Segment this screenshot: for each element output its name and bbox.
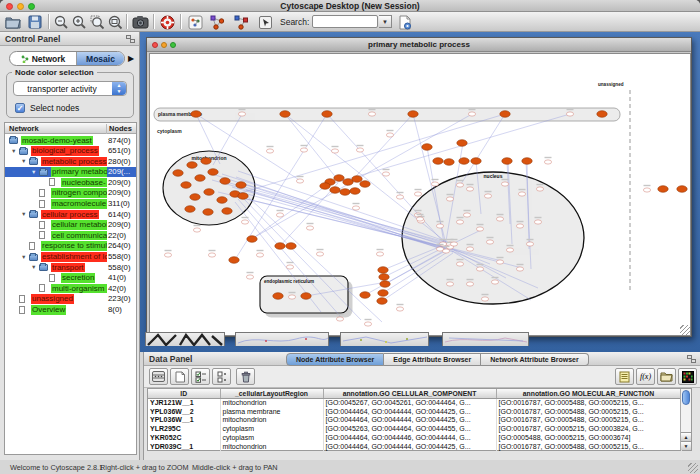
tree-expander-icon[interactable]: ▼ [21,254,26,260]
tree-row-primary-metabol[interactable]: ▼primary metabol209(... [5,167,136,178]
advanced-search-button[interactable] [396,13,414,31]
tab-mosaic[interactable]: Mosaic [77,52,124,65]
network-view-window[interactable]: primary metabolic process plasma membran… [146,37,692,337]
network-node-highlighted[interactable] [500,111,510,118]
network-node[interactable] [446,197,453,201]
network-node[interactable] [450,242,457,246]
network-node[interactable] [466,187,473,191]
tree-expander-icon[interactable]: ▼ [31,264,36,270]
network-node[interactable] [516,224,523,228]
network-node[interactable] [446,282,453,286]
network-node-highlighted[interactable] [379,274,389,281]
network-node[interactable] [496,217,503,221]
network-node-highlighted[interactable] [222,208,232,215]
annotation-button[interactable] [256,13,274,31]
float-panel-icon[interactable] [126,35,135,43]
network-node-highlighted[interactable] [330,187,340,194]
network-node[interactable] [468,112,475,116]
color-attribute-dropdown[interactable]: transporter activity ▲▼ [13,81,127,96]
network-node-highlighted[interactable] [181,182,191,189]
scroll-up-button[interactable]: ▲ [681,432,691,441]
tab-network[interactable]: Network [10,52,77,65]
network-node[interactable] [306,226,313,230]
network-node[interactable] [518,192,525,196]
scroll-down-button[interactable]: ▼ [681,441,691,450]
new-attribute-button[interactable] [170,368,189,385]
select-attributes-button[interactable] [191,368,210,385]
network-node-highlighted[interactable] [334,175,344,182]
network-node-highlighted[interactable] [377,298,387,305]
tree-row-overview[interactable]: Overview8(0) [5,305,136,316]
tree-row-macromolecule[interactable]: macromolecule311(0) [5,199,136,210]
network-node-highlighted[interactable] [187,162,197,169]
help-button[interactable] [158,13,176,31]
network-node-highlighted[interactable] [173,170,183,177]
first-neighbors-button[interactable] [208,13,226,31]
connect-nodes-button[interactable] [232,13,250,31]
zoom-in-button[interactable] [70,13,88,31]
network-node[interactable] [256,253,263,257]
table-row[interactable]: YKR052Ccytoplasm[GO:0044464, GO:0044446,… [148,433,681,442]
tree-row-multi-organism-pro[interactable]: multi-organism pro42(0) [5,283,136,294]
network-node-highlighted[interactable] [201,158,211,165]
network-node-highlighted[interactable] [217,197,227,204]
network-node-highlighted[interactable] [677,186,687,193]
search-dropdown-button[interactable]: ▼ [379,15,392,28]
tree-expander-icon[interactable]: ▼ [31,169,36,175]
network-node[interactable] [516,267,523,271]
network-node-highlighted[interactable] [280,111,290,118]
tree-row-response-to-stimul[interactable]: response to stimul264(0) [5,241,136,252]
network-node-highlighted[interactable] [352,176,362,183]
network-node[interactable] [382,172,389,176]
network-node[interactable] [496,260,503,264]
network-node[interactable] [316,252,323,256]
attribute-matrix-button[interactable] [149,368,168,385]
network-node[interactable] [276,213,283,217]
tree-row-nitrogen-compo[interactable]: nitrogen compo209(0) [5,188,136,199]
network-node-highlighted[interactable] [273,293,283,300]
tree-row-cell-communicat[interactable]: cell communicat22(0) [5,230,136,241]
network-node-highlighted[interactable] [236,182,246,189]
network-node[interactable] [436,224,443,228]
table-column-header[interactable]: annotation.GO MOLECULAR_FUNCTION [496,389,681,398]
network-node[interactable] [566,112,573,116]
delete-attribute-button[interactable] [236,368,255,385]
tree-row-establishment-of-lo[interactable]: ▼establishment of lo558(0) [5,252,136,263]
network-node-highlighted[interactable] [360,292,370,299]
network-node-highlighted[interactable] [320,183,330,190]
table-row[interactable]: YLR295Ccytoplasm[GO:0045263, GO:0044464,… [148,424,681,433]
network-node-highlighted[interactable] [360,181,370,188]
network-node[interactable] [396,195,403,199]
network-node-highlighted[interactable] [204,189,214,196]
tree-row-cellular-metabol[interactable]: cellular metabol209(0) [5,220,136,231]
network-node[interactable] [436,247,443,251]
tree-row-biological-process[interactable]: ▼biological_process651(0) [5,146,136,157]
network-node[interactable] [536,187,543,191]
network-edge[interactable] [285,114,338,180]
network-node[interactable] [466,247,473,251]
tree-row-secretion[interactable]: secretion41(0) [5,273,136,284]
network-node[interactable] [356,148,363,152]
app-resize-grip[interactable] [688,463,698,473]
table-row[interactable]: YPL036W__1mitochondrion[GO:0044464, GO:0… [148,416,681,425]
background-window-fragment[interactable] [340,332,429,346]
network-node-highlighted[interactable] [444,159,454,166]
network-node[interactable] [336,317,343,321]
network-canvas[interactable]: plasma membranecytoplasmmitochondrionnuc… [149,53,691,336]
network-node[interactable] [643,188,650,192]
network-node-highlighted[interactable] [191,111,201,118]
network-node-highlighted[interactable] [185,206,195,213]
network-node[interactable] [534,220,541,224]
table-column-header[interactable]: annotation.GO CELLULAR_COMPONENT [323,389,496,398]
network-node[interactable] [296,179,303,183]
network-node[interactable] [456,262,463,266]
network-node-highlighted[interactable] [380,281,390,288]
unselect-attributes-button[interactable] [212,368,231,385]
network-node-highlighted[interactable] [471,158,481,165]
network-node[interactable] [352,206,359,210]
network-node[interactable] [288,295,295,299]
network-node-highlighted[interactable] [203,209,213,216]
scrollbar-thumb[interactable] [682,390,690,405]
import-attributes-button[interactable] [657,368,676,385]
network-node[interactable] [266,149,273,153]
